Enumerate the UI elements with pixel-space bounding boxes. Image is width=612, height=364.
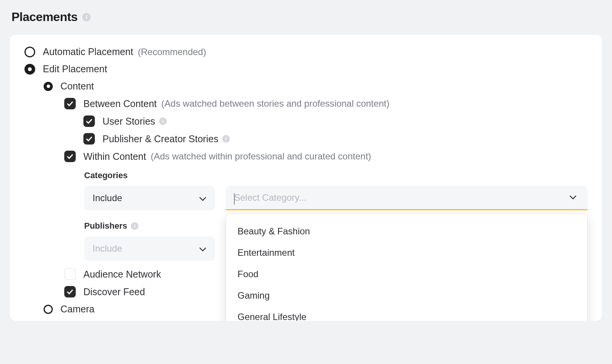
publishers-heading-text: Publishers	[84, 221, 127, 231]
automatic-placement-row[interactable]: Automatic Placement (Recommended)	[24, 46, 588, 57]
checkbox-audience-network[interactable]	[64, 268, 76, 280]
info-icon[interactable]: i	[131, 222, 138, 230]
between-content-row[interactable]: Between Content (Ads watched between sto…	[24, 98, 588, 109]
radio-automatic[interactable]	[24, 47, 35, 57]
category-option[interactable]: General Lifestyle	[226, 306, 587, 321]
category-option[interactable]: Food	[226, 263, 587, 285]
category-combobox[interactable]: Select Category...	[226, 186, 588, 210]
info-icon[interactable]: i	[159, 117, 167, 125]
discover-feed-label: Discover Feed	[83, 286, 145, 297]
category-option[interactable]: Gaming	[226, 285, 587, 306]
user-stories-label: User Stories	[103, 116, 155, 127]
automatic-placement-hint: (Recommended)	[138, 47, 206, 57]
chevron-down-icon	[569, 194, 577, 201]
audience-network-label: Audience Network	[83, 269, 161, 280]
checkbox-within-content[interactable]	[64, 151, 76, 162]
automatic-placement-label: Automatic Placement	[43, 46, 133, 57]
category-option[interactable]: Beauty & Fashion	[226, 221, 587, 242]
within-content-label: Within Content	[83, 151, 146, 162]
checkbox-user-stories[interactable]	[83, 115, 95, 127]
category-placeholder: Select Category...	[234, 192, 306, 203]
text-caret	[234, 193, 234, 205]
placements-card: Automatic Placement (Recommended) Edit P…	[10, 35, 602, 321]
publishers-include-select[interactable]: Include	[84, 236, 215, 261]
publishers-include-value: Include	[93, 243, 122, 254]
publisher-creator-stories-label: Publisher & Creator Stories	[103, 133, 218, 145]
chevron-down-icon	[199, 193, 207, 203]
section-title-text: Placements	[11, 10, 78, 24]
category-dropdown: Beauty & Fashion Entertainment Food Gami…	[226, 213, 588, 321]
checkbox-between-content[interactable]	[64, 98, 76, 109]
chevron-down-icon	[199, 243, 207, 254]
between-content-label: Between Content	[83, 98, 157, 109]
within-content-row[interactable]: Within Content (Ads watched within profe…	[24, 151, 588, 162]
between-content-hint: (Ads watched between stories and profess…	[161, 98, 389, 109]
camera-label: Camera	[60, 304, 94, 315]
radio-camera[interactable]	[44, 305, 53, 314]
edit-placement-label: Edit Placement	[43, 63, 107, 75]
categories-heading-text: Categories	[84, 171, 128, 180]
info-icon[interactable]: i	[222, 135, 230, 143]
info-icon[interactable]: i	[82, 13, 91, 21]
radio-content[interactable]	[44, 82, 53, 91]
content-row[interactable]: Content	[24, 81, 588, 92]
content-label: Content	[60, 81, 94, 92]
section-title: Placements i	[10, 0, 602, 35]
radio-edit[interactable]	[24, 64, 35, 75]
categories-include-value: Include	[93, 193, 122, 203]
within-content-hint: (Ads watched within professional and cur…	[151, 151, 371, 162]
checkbox-discover-feed[interactable]	[64, 286, 76, 297]
checkbox-publisher-creator-stories[interactable]	[83, 133, 95, 145]
publisher-creator-stories-row[interactable]: Publisher & Creator Stories i	[24, 133, 588, 145]
edit-placement-row[interactable]: Edit Placement	[24, 63, 588, 75]
category-option[interactable]: Entertainment	[226, 242, 587, 263]
category-placeholder-text: Select Category...	[234, 192, 306, 203]
categories-include-select[interactable]: Include	[84, 186, 215, 210]
user-stories-row[interactable]: User Stories i	[24, 115, 588, 127]
categories-heading: Categories	[84, 171, 588, 180]
